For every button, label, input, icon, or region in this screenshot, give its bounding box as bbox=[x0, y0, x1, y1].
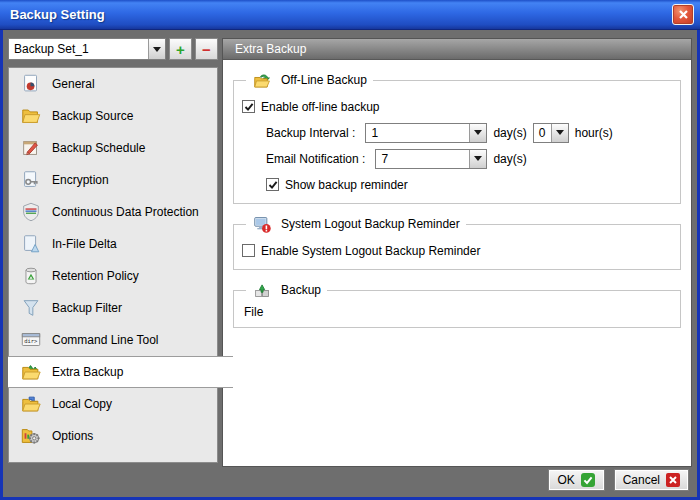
footer-buttons: OK Cancel bbox=[548, 469, 689, 491]
ok-check-icon bbox=[581, 473, 595, 487]
in-file-delta-icon bbox=[19, 232, 43, 256]
email-notification-unit: day(s) bbox=[493, 152, 526, 166]
enable-system-logout-label: Enable System Logout Backup Reminder bbox=[261, 244, 480, 258]
offline-backup-legend: Off-Line Backup bbox=[246, 70, 373, 90]
general-icon bbox=[19, 72, 43, 96]
offline-backup-icon bbox=[252, 70, 272, 90]
command-line-icon: dir> bbox=[19, 328, 43, 352]
sidebar-item-backup-source[interactable]: Backup Source bbox=[9, 100, 217, 132]
sidebar-item-command-line-tool[interactable]: dir> Command Line Tool bbox=[9, 324, 217, 356]
encryption-icon bbox=[19, 168, 43, 192]
sidebar-item-label: Backup Filter bbox=[52, 301, 122, 315]
backup-source-icon bbox=[19, 104, 43, 128]
backup-icon bbox=[252, 280, 272, 300]
backup-title: Backup bbox=[281, 283, 321, 297]
local-copy-icon bbox=[19, 392, 43, 416]
offline-backup-title: Off-Line Backup bbox=[281, 73, 367, 87]
main-panel: Extra Backup Off-Line Backup Enable off-… bbox=[222, 38, 692, 467]
sidebar-item-label: Local Copy bbox=[52, 397, 112, 411]
sidebar: Backup Set_1 + − General Backu bbox=[8, 38, 218, 463]
sidebar-item-label: Encryption bbox=[52, 173, 109, 187]
panel-title: Extra Backup bbox=[235, 42, 306, 56]
ok-label: OK bbox=[557, 473, 574, 487]
cancel-button[interactable]: Cancel bbox=[614, 469, 689, 491]
backup-type-value: File bbox=[244, 305, 672, 319]
sidebar-item-label: Extra Backup bbox=[52, 365, 123, 379]
dropdown-arrow-icon[interactable] bbox=[469, 124, 486, 142]
enable-offline-label: Enable off-line backup bbox=[261, 100, 380, 114]
cdp-shield-icon bbox=[19, 200, 43, 224]
backup-interval-row: Backup Interval : 1 day(s) 0 hour(s) bbox=[266, 122, 672, 143]
enable-offline-checkbox[interactable] bbox=[242, 100, 255, 113]
backup-legend: Backup bbox=[246, 280, 327, 300]
sidebar-item-general[interactable]: General bbox=[9, 68, 217, 100]
sidebar-item-options[interactable]: Options bbox=[9, 420, 217, 452]
sidebar-item-label: Retention Policy bbox=[52, 269, 139, 283]
offline-backup-group: Off-Line Backup Enable off-line backup B… bbox=[233, 70, 681, 204]
dropdown-arrow-icon[interactable] bbox=[551, 124, 568, 142]
backup-setting-dialog: Backup Setting Backup Set_1 + − G bbox=[0, 0, 700, 500]
panel-header: Extra Backup bbox=[223, 39, 691, 60]
sidebar-item-label: Backup Source bbox=[52, 109, 133, 123]
cancel-x-icon bbox=[666, 473, 680, 487]
cancel-label: Cancel bbox=[623, 473, 660, 487]
backup-set-select[interactable]: Backup Set_1 bbox=[8, 38, 166, 60]
backup-filter-icon bbox=[19, 296, 43, 320]
sidebar-item-local-copy[interactable]: Local Copy bbox=[9, 388, 217, 420]
email-notification-label: Email Notification : bbox=[266, 152, 365, 166]
backup-interval-hours-unit: hour(s) bbox=[575, 126, 613, 140]
email-notification-select[interactable]: 7 bbox=[375, 149, 487, 169]
backup-interval-days-unit: day(s) bbox=[493, 126, 526, 140]
title-bar[interactable]: Backup Setting bbox=[0, 0, 700, 30]
backup-interval-days-value: 1 bbox=[366, 126, 469, 140]
sidebar-item-in-file-delta[interactable]: In-File Delta bbox=[9, 228, 217, 260]
system-logout-group: System Logout Backup Reminder Enable Sys… bbox=[233, 214, 681, 270]
enable-system-logout-row: Enable System Logout Backup Reminder bbox=[242, 240, 672, 261]
close-icon bbox=[678, 9, 689, 20]
window-title: Backup Setting bbox=[10, 7, 105, 22]
sidebar-item-label: In-File Delta bbox=[52, 237, 117, 251]
backup-interval-hours-select[interactable]: 0 bbox=[533, 123, 569, 143]
sidebar-item-backup-schedule[interactable]: Backup Schedule bbox=[9, 132, 217, 164]
sidebar-item-label: Backup Schedule bbox=[52, 141, 145, 155]
remove-backup-set-button[interactable]: − bbox=[195, 38, 218, 60]
email-notification-row: Email Notification : 7 day(s) bbox=[266, 148, 672, 169]
add-backup-set-button[interactable]: + bbox=[169, 38, 192, 60]
check-icon bbox=[244, 102, 254, 112]
enable-system-logout-checkbox[interactable] bbox=[242, 244, 255, 257]
sidebar-item-label: General bbox=[52, 77, 95, 91]
dialog-body: Backup Set_1 + − General Backu bbox=[3, 30, 697, 497]
system-logout-reminder-icon bbox=[252, 214, 272, 234]
backup-interval-label: Backup Interval : bbox=[266, 126, 355, 140]
sidebar-item-label: Command Line Tool bbox=[52, 333, 159, 347]
sidebar-item-retention-policy[interactable]: Retention Policy bbox=[9, 260, 217, 292]
backup-set-value: Backup Set_1 bbox=[9, 42, 148, 56]
enable-offline-row: Enable off-line backup bbox=[242, 96, 672, 117]
check-icon bbox=[268, 180, 278, 190]
sidebar-item-label: Options bbox=[52, 429, 93, 443]
backup-interval-hours-value: 0 bbox=[534, 126, 551, 140]
sidebar-item-encryption[interactable]: Encryption bbox=[9, 164, 217, 196]
sidebar-item-label: Continuous Data Protection bbox=[52, 205, 199, 219]
dropdown-arrow-icon[interactable] bbox=[469, 150, 486, 168]
email-notification-value: 7 bbox=[376, 152, 469, 166]
options-icon bbox=[19, 424, 43, 448]
ok-button[interactable]: OK bbox=[548, 469, 605, 491]
sidebar-list: General Backup Source Backup Schedule bbox=[8, 67, 218, 463]
show-reminder-label: Show backup reminder bbox=[285, 178, 408, 192]
retention-policy-icon bbox=[19, 264, 43, 288]
backup-group: Backup File bbox=[233, 280, 681, 328]
extra-backup-icon bbox=[19, 360, 43, 384]
backup-interval-days-select[interactable]: 1 bbox=[365, 123, 487, 143]
sidebar-item-extra-backup[interactable]: Extra Backup bbox=[8, 356, 233, 388]
close-button[interactable] bbox=[672, 4, 694, 25]
backup-schedule-icon bbox=[19, 136, 43, 160]
show-reminder-checkbox[interactable] bbox=[266, 178, 279, 191]
sidebar-item-backup-filter[interactable]: Backup Filter bbox=[9, 292, 217, 324]
svg-text:dir>: dir> bbox=[24, 338, 38, 344]
system-logout-legend: System Logout Backup Reminder bbox=[246, 214, 466, 234]
backup-set-row: Backup Set_1 + − bbox=[8, 38, 218, 60]
sidebar-item-continuous-data-protection[interactable]: Continuous Data Protection bbox=[9, 196, 217, 228]
dropdown-arrow-icon[interactable] bbox=[148, 39, 165, 59]
show-reminder-row: Show backup reminder bbox=[266, 174, 672, 195]
